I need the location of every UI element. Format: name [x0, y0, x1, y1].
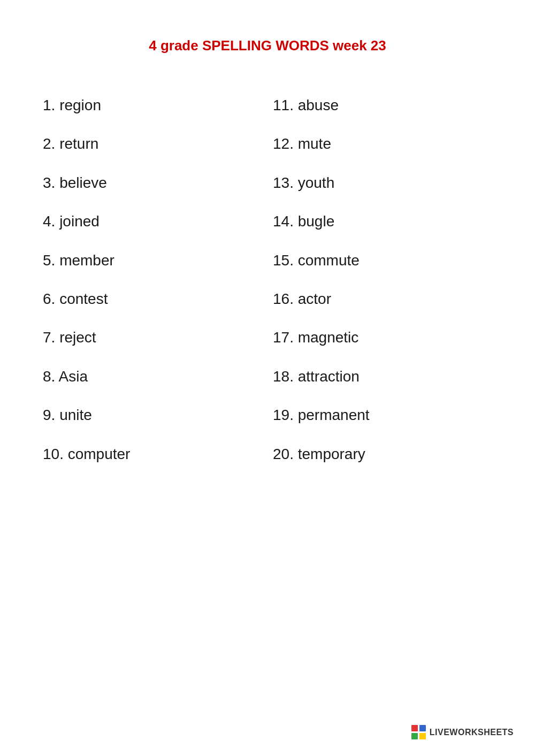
list-item: 11. abuse — [273, 86, 492, 125]
column-left: 1. region2. return3. believe4. joined5. … — [43, 86, 262, 474]
list-item: 14. bugle — [273, 202, 492, 241]
logo-sq-yellow — [419, 733, 426, 739]
page-title: 4 grade SPELLING WORDS week 23 — [149, 37, 386, 54]
page: 4 grade SPELLING WORDS week 23 1. region… — [0, 0, 535, 756]
list-item: 12. mute — [273, 125, 492, 163]
list-item: 15. commute — [273, 241, 492, 280]
list-item: 8. Asia — [43, 357, 262, 396]
logo-text: LIVEWORKSHEETS — [430, 728, 514, 737]
logo-squares — [411, 725, 426, 740]
list-item: 2. return — [43, 125, 262, 163]
list-item: 1. region — [43, 86, 262, 125]
logo-sq-blue — [419, 725, 426, 731]
list-item: 13. youth — [273, 164, 492, 202]
logo-sq-red — [411, 725, 418, 731]
liveworksheets-logo: LIVEWORKSHEETS — [411, 725, 514, 740]
list-item: 4. joined — [43, 202, 262, 241]
list-item: 9. unite — [43, 396, 262, 434]
list-item: 5. member — [43, 241, 262, 280]
words-container: 1. region2. return3. believe4. joined5. … — [43, 86, 492, 474]
list-item: 18. attraction — [273, 357, 492, 396]
column-right: 11. abuse12. mute13. youth14. bugle15. c… — [273, 86, 492, 474]
footer: LIVEWORKSHEETS — [411, 725, 514, 740]
list-item: 16. actor — [273, 280, 492, 318]
list-item: 10. computer — [43, 435, 262, 474]
logo-sq-green — [411, 733, 418, 739]
list-item: 17. magnetic — [273, 318, 492, 357]
list-item: 19. permanent — [273, 396, 492, 434]
list-item: 20. temporary — [273, 435, 492, 474]
list-item: 7. reject — [43, 318, 262, 357]
list-item: 3. believe — [43, 164, 262, 202]
list-item: 6. contest — [43, 280, 262, 318]
